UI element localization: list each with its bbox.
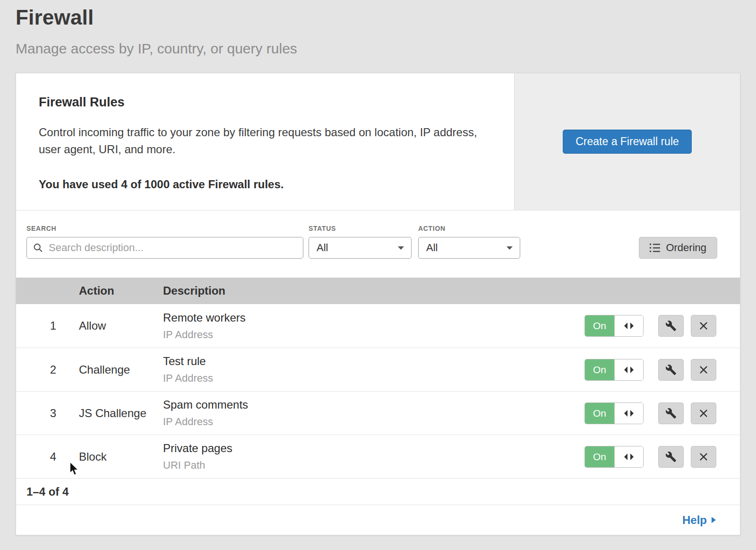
- rule-toggle-group: On: [584, 446, 644, 468]
- left-right-arrows-icon: [623, 366, 635, 374]
- firewall-rules-heading: Firewall Rules: [39, 95, 491, 110]
- delete-rule-button[interactable]: [691, 402, 716, 424]
- firewall-rules-description: Control incoming traffic to your zone by…: [39, 124, 488, 158]
- help-arrow-icon: [711, 516, 716, 524]
- rule-description-cell: Private pages URI Path: [163, 442, 584, 471]
- rule-row: 3 JS Challenge Spam comments IP Address …: [16, 391, 740, 435]
- delete-rule-button[interactable]: [691, 446, 716, 468]
- chevron-down-icon: [506, 246, 513, 250]
- chevron-down-icon: [397, 246, 404, 250]
- page-title: Firewall: [16, 0, 740, 29]
- delete-rule-button[interactable]: [691, 359, 716, 381]
- ordering-button[interactable]: Ordering: [639, 237, 717, 259]
- page-subtitle: Manage access by IP, country, or query r…: [16, 41, 740, 57]
- rule-controls: On: [584, 402, 740, 424]
- close-icon: [698, 321, 709, 331]
- rule-priority: 3: [16, 407, 79, 420]
- wrench-icon: [665, 320, 677, 332]
- rule-priority: 2: [16, 363, 79, 376]
- help-link[interactable]: Help: [682, 514, 716, 527]
- rule-toggle-group: On: [584, 315, 644, 337]
- action-select[interactable]: All: [418, 237, 520, 259]
- rule-toggle-group: On: [584, 402, 644, 424]
- results-count: 1–4 of 4: [26, 485, 69, 498]
- rules-table-body: 1 Allow Remote workers IP Address On: [16, 304, 740, 478]
- rule-match-type: IP Address: [163, 416, 584, 428]
- rule-row: 4 Block Private pages URI Path On: [16, 435, 740, 478]
- status-label: STATUS: [309, 225, 412, 232]
- cta-panel: Create a Firewall rule: [514, 73, 740, 210]
- usage-summary: You have used 4 of 1000 active Firewall …: [39, 178, 491, 191]
- rule-priority: 1: [16, 319, 79, 332]
- reorder-handle[interactable]: [614, 359, 643, 380]
- rule-toggle-group: On: [584, 359, 644, 381]
- rule-match-type: IP Address: [163, 372, 584, 384]
- search-input[interactable]: [26, 237, 303, 259]
- firewall-page: Firewall Manage access by IP, country, o…: [0, 0, 756, 535]
- rule-description-cell: Test rule IP Address: [163, 355, 584, 384]
- search-icon: [33, 243, 43, 253]
- action-select-value: All: [426, 242, 438, 254]
- rule-enabled-toggle[interactable]: On: [585, 446, 614, 467]
- rule-match-type: URI Path: [163, 459, 584, 471]
- rule-match-type: IP Address: [163, 329, 584, 341]
- rule-enabled-toggle[interactable]: On: [585, 359, 614, 380]
- wrench-icon: [665, 451, 677, 463]
- wrench-icon: [665, 364, 677, 375]
- rule-row: 1 Allow Remote workers IP Address On: [16, 304, 740, 348]
- rule-description-cell: Spam comments IP Address: [163, 398, 584, 428]
- ordering-list-icon: [650, 243, 660, 253]
- edit-rule-button[interactable]: [658, 446, 684, 468]
- rule-description: Test rule: [163, 355, 584, 368]
- rule-description-cell: Remote workers IP Address: [163, 311, 584, 341]
- reorder-handle[interactable]: [614, 446, 643, 467]
- pagination-bar: 1–4 of 4: [16, 478, 740, 505]
- intro-text-block: Firewall Rules Control incoming traffic …: [16, 73, 514, 210]
- rule-controls: On: [584, 446, 740, 468]
- edit-rule-button[interactable]: [658, 402, 684, 424]
- search-box: [26, 237, 303, 259]
- search-filter: SEARCH: [26, 225, 303, 259]
- left-right-arrows-icon: [623, 453, 635, 461]
- column-header-action: Action: [79, 284, 163, 297]
- column-header-description: Description: [163, 284, 740, 297]
- rules-table-header: Action Description: [16, 278, 740, 304]
- wrench-icon: [665, 408, 677, 419]
- rule-priority: 4: [16, 450, 79, 463]
- status-select-value: All: [317, 242, 328, 254]
- rule-description: Private pages: [163, 442, 584, 455]
- create-firewall-rule-button[interactable]: Create a Firewall rule: [563, 130, 692, 154]
- reorder-handle[interactable]: [614, 403, 643, 424]
- card-intro-section: Firewall Rules Control incoming traffic …: [16, 73, 740, 210]
- help-link-label: Help: [682, 514, 707, 527]
- delete-rule-button[interactable]: [691, 315, 716, 337]
- left-right-arrows-icon: [623, 410, 635, 417]
- help-bar: Help: [16, 505, 740, 535]
- edit-rule-button[interactable]: [658, 315, 684, 337]
- action-label: ACTION: [418, 225, 520, 232]
- rule-description: Spam comments: [163, 398, 584, 411]
- firewall-rules-card: Firewall Rules Control incoming traffic …: [16, 73, 740, 535]
- close-icon: [698, 408, 709, 419]
- left-right-arrows-icon: [623, 322, 635, 330]
- rule-action: Block: [79, 450, 163, 463]
- close-icon: [698, 365, 709, 375]
- rule-row: 2 Challenge Test rule IP Address On: [16, 348, 740, 391]
- close-icon: [698, 452, 709, 462]
- rule-description: Remote workers: [163, 311, 584, 324]
- reorder-handle[interactable]: [614, 315, 643, 336]
- status-select[interactable]: All: [309, 237, 412, 259]
- action-filter: ACTION All: [418, 225, 520, 259]
- filters-bar: SEARCH STATUS All ACTION: [16, 210, 740, 278]
- rule-action: Challenge: [79, 363, 163, 376]
- search-label: SEARCH: [26, 225, 303, 232]
- rule-enabled-toggle[interactable]: On: [585, 315, 614, 336]
- status-filter: STATUS All: [309, 225, 412, 259]
- rule-controls: On: [584, 359, 740, 381]
- rule-action: Allow: [79, 319, 163, 332]
- rule-action: JS Challenge: [79, 407, 163, 420]
- edit-rule-button[interactable]: [658, 359, 684, 381]
- ordering-button-label: Ordering: [666, 242, 706, 254]
- rule-enabled-toggle[interactable]: On: [585, 403, 614, 424]
- rule-controls: On: [584, 315, 740, 337]
